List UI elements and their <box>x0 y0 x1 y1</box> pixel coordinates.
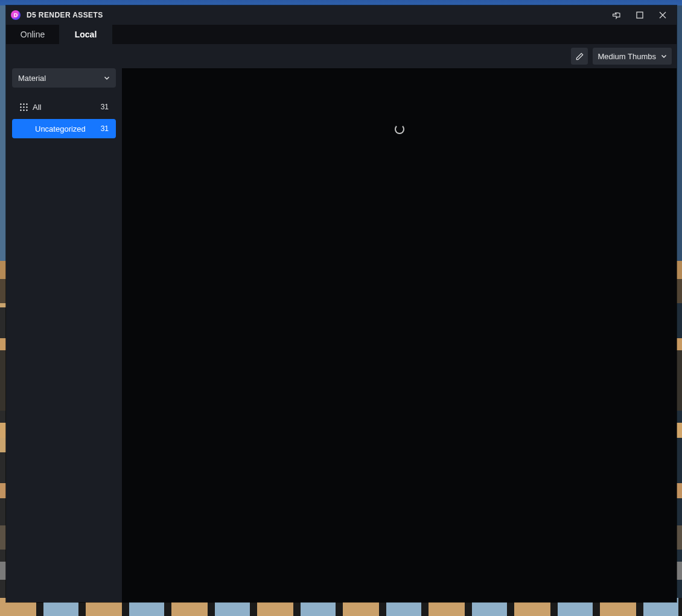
content-toolbar: Medium Thumbs <box>6 44 677 68</box>
loading-spinner-icon <box>395 124 404 134</box>
maximize-button[interactable] <box>628 5 651 25</box>
panel-body: Material All 31 Uncategorized 31 <box>6 68 677 602</box>
thumbnail-size-label: Medium Thumbs <box>598 52 656 61</box>
main-tabs: Online Local <box>6 25 677 44</box>
window-title: D5 RENDER ASSETS <box>27 11 103 19</box>
chevron-down-icon <box>104 75 110 81</box>
tab-label: Local <box>75 30 97 39</box>
tab-label: Online <box>21 30 45 39</box>
category-selector[interactable]: Material <box>12 68 116 88</box>
close-button[interactable] <box>651 5 674 25</box>
sidebar-item-uncategorized[interactable]: Uncategorized 31 <box>12 119 116 138</box>
pencil-icon <box>575 52 584 61</box>
sidebar-item-all[interactable]: All 31 <box>12 97 116 117</box>
category-selector-label: Material <box>18 74 46 83</box>
assets-panel: D D5 RENDER ASSETS <box>6 5 677 602</box>
content-area <box>122 68 677 602</box>
pin-button[interactable] <box>605 5 628 25</box>
close-icon <box>659 11 666 19</box>
tab-online[interactable]: Online <box>6 25 59 44</box>
sidebar-item-label: All <box>33 103 91 112</box>
chevron-down-icon <box>661 53 667 59</box>
sidebar-item-count: 31 <box>95 124 109 133</box>
pin-icon <box>613 11 621 19</box>
svg-rect-0 <box>637 12 643 18</box>
thumbnail-size-dropdown[interactable]: Medium Thumbs <box>593 48 672 65</box>
sidebar-item-label: Uncategorized <box>35 124 91 133</box>
titlebar: D D5 RENDER ASSETS <box>6 5 677 25</box>
edit-button[interactable] <box>571 48 588 65</box>
sidebar-item-count: 31 <box>95 103 109 111</box>
grid-icon <box>19 103 28 111</box>
sidebar: Material All 31 Uncategorized 31 <box>6 68 122 602</box>
app-icon: D <box>11 10 21 20</box>
tab-local[interactable]: Local <box>59 25 112 44</box>
maximize-icon <box>636 11 643 19</box>
